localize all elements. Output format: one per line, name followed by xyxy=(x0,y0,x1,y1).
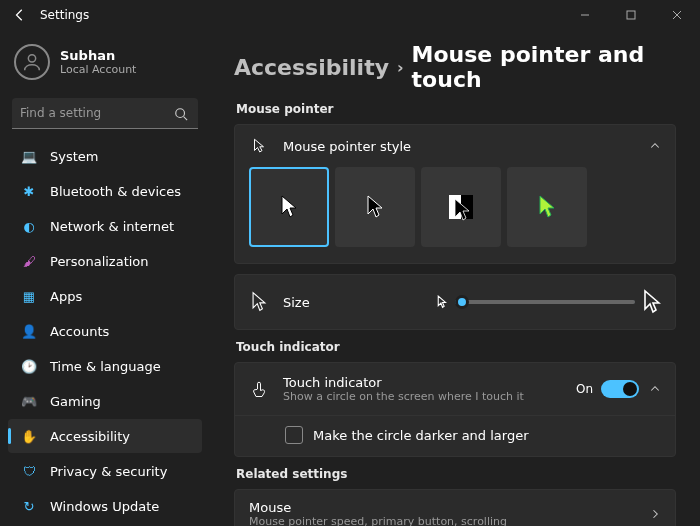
sidebar-item-network-internet[interactable]: ◐Network & internet xyxy=(8,209,202,243)
size-slider[interactable] xyxy=(455,300,635,304)
pointer-style-label: Mouse pointer style xyxy=(283,139,649,154)
user-subtitle: Local Account xyxy=(60,63,136,76)
sidebar-item-label: Accessibility xyxy=(50,429,130,444)
pointer-style-black[interactable] xyxy=(335,167,415,247)
section-label-related: Related settings xyxy=(236,467,676,481)
nav-icon: 💻 xyxy=(20,147,38,165)
sidebar-item-system[interactable]: 💻System xyxy=(8,139,202,173)
svg-line-4 xyxy=(184,116,188,120)
main-content: Accessibility › Mouse pointer and touch … xyxy=(210,30,700,526)
sidebar-item-windows-update[interactable]: ↻Windows Update xyxy=(8,489,202,523)
sidebar-item-label: System xyxy=(50,149,98,164)
pointer-style-inverted[interactable] xyxy=(421,167,501,247)
nav-icon: ▦ xyxy=(20,287,38,305)
chevron-right-icon xyxy=(649,508,661,520)
pointer-style-white[interactable] xyxy=(249,167,329,247)
touch-checkbox[interactable] xyxy=(285,426,303,444)
maximize-button[interactable] xyxy=(608,0,654,30)
search-input[interactable] xyxy=(12,98,198,129)
breadcrumb-parent[interactable]: Accessibility xyxy=(234,55,389,80)
touch-title: Touch indicator xyxy=(283,375,576,390)
sidebar-item-accounts[interactable]: 👤Accounts xyxy=(8,314,202,348)
section-label-mouse-pointer: Mouse pointer xyxy=(236,102,676,116)
size-icon xyxy=(249,291,269,313)
slider-thumb[interactable] xyxy=(455,295,469,309)
svg-point-2 xyxy=(28,55,35,62)
minimize-button[interactable] xyxy=(562,0,608,30)
related-mouse-title: Mouse xyxy=(249,500,649,515)
nav-icon: ◐ xyxy=(20,217,38,235)
chevron-up-icon[interactable] xyxy=(649,383,661,395)
slider-min-icon xyxy=(437,295,447,309)
nav-list: 💻System✱Bluetooth & devices◐Network & in… xyxy=(4,139,206,523)
user-card[interactable]: Subhan Local Account xyxy=(4,38,206,94)
pointer-size-card: Size xyxy=(234,274,676,330)
toggle-state-text: On xyxy=(576,382,593,396)
touch-subtitle: Show a circle on the screen where I touc… xyxy=(283,390,576,403)
sidebar-item-personalization[interactable]: 🖌Personalization xyxy=(8,244,202,278)
nav-icon: 🕑 xyxy=(20,357,38,375)
related-mouse-card[interactable]: Mouse Mouse pointer speed, primary butto… xyxy=(234,489,676,526)
sidebar-item-label: Privacy & security xyxy=(50,464,167,479)
section-label-touch: Touch indicator xyxy=(236,340,676,354)
pointer-style-header[interactable]: Mouse pointer style xyxy=(235,125,675,167)
related-mouse-subtitle: Mouse pointer speed, primary button, scr… xyxy=(249,515,649,526)
sidebar-item-gaming[interactable]: 🎮Gaming xyxy=(8,384,202,418)
nav-icon: ✋ xyxy=(20,427,38,445)
touch-icon xyxy=(249,380,269,398)
window-controls xyxy=(562,0,700,30)
sidebar-item-time-language[interactable]: 🕑Time & language xyxy=(8,349,202,383)
avatar xyxy=(14,44,50,80)
sidebar-item-accessibility[interactable]: ✋Accessibility xyxy=(8,419,202,453)
user-name: Subhan xyxy=(60,48,136,63)
breadcrumb: Accessibility › Mouse pointer and touch xyxy=(234,42,676,92)
svg-point-3 xyxy=(176,108,185,117)
chevron-right-icon: › xyxy=(397,58,404,77)
touch-indicator-card: Touch indicator Show a circle on the scr… xyxy=(234,362,676,457)
nav-icon: 🎮 xyxy=(20,392,38,410)
back-button[interactable] xyxy=(8,3,32,27)
touch-checkbox-row[interactable]: Make the circle darker and larger xyxy=(235,416,675,456)
close-button[interactable] xyxy=(654,0,700,30)
sidebar-item-label: Personalization xyxy=(50,254,149,269)
sidebar-item-label: Network & internet xyxy=(50,219,174,234)
sidebar-item-label: Time & language xyxy=(50,359,161,374)
sidebar-item-label: Bluetooth & devices xyxy=(50,184,181,199)
touch-toggle[interactable] xyxy=(601,380,639,398)
nav-icon: ✱ xyxy=(20,182,38,200)
window-title: Settings xyxy=(40,8,89,22)
mouse-pointer-style-card: Mouse pointer style xyxy=(234,124,676,264)
sidebar-item-label: Gaming xyxy=(50,394,101,409)
search-box xyxy=(12,98,198,129)
search-icon xyxy=(174,107,188,121)
sidebar: Subhan Local Account 💻System✱Bluetooth &… xyxy=(0,30,210,526)
pointer-style-custom[interactable] xyxy=(507,167,587,247)
nav-icon: ↻ xyxy=(20,497,38,515)
sidebar-item-bluetooth-devices[interactable]: ✱Bluetooth & devices xyxy=(8,174,202,208)
sidebar-item-label: Apps xyxy=(50,289,82,304)
nav-icon: 🛡 xyxy=(20,462,38,480)
size-label: Size xyxy=(283,295,310,310)
pointer-style-grid xyxy=(235,167,675,263)
touch-indicator-row[interactable]: Touch indicator Show a circle on the scr… xyxy=(235,363,675,416)
nav-icon: 🖌 xyxy=(20,252,38,270)
nav-icon: 👤 xyxy=(20,322,38,340)
svg-rect-1 xyxy=(627,11,635,19)
pointer-icon xyxy=(249,137,269,155)
sidebar-item-label: Accounts xyxy=(50,324,109,339)
sidebar-item-label: Windows Update xyxy=(50,499,159,514)
breadcrumb-current: Mouse pointer and touch xyxy=(412,42,676,92)
sidebar-item-apps[interactable]: ▦Apps xyxy=(8,279,202,313)
slider-max-icon xyxy=(643,289,661,315)
touch-checkbox-label: Make the circle darker and larger xyxy=(313,428,529,443)
size-slider-row xyxy=(437,289,661,315)
sidebar-item-privacy-security[interactable]: 🛡Privacy & security xyxy=(8,454,202,488)
chevron-up-icon xyxy=(649,140,661,152)
